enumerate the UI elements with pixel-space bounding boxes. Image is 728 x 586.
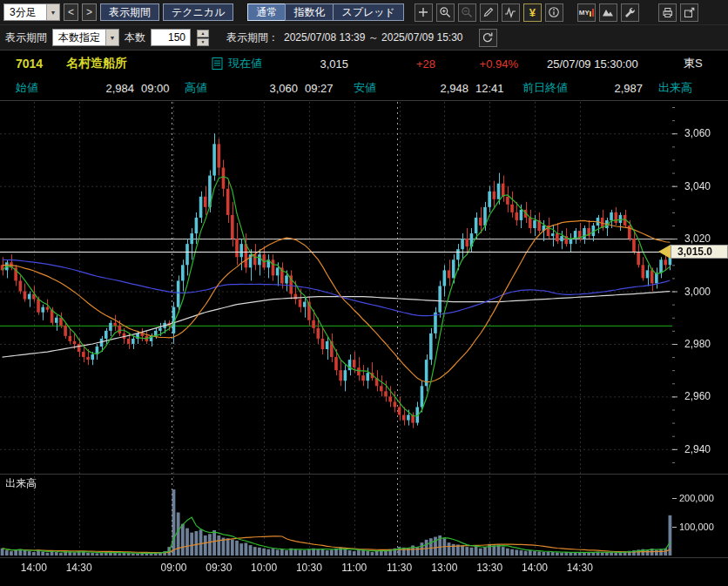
my-chart-icon: MY — [579, 9, 590, 17]
settings-button[interactable] — [621, 3, 639, 22]
count-mode-select[interactable]: 本数指定 ▼ — [52, 29, 119, 46]
prev-close-value: 2,987 — [606, 82, 643, 95]
interval-select[interactable]: 3分足 ▼ — [3, 3, 60, 21]
current-price-value: 3,015 — [287, 57, 348, 70]
printer-icon — [661, 6, 674, 19]
stepper-up-icon[interactable]: ▲ — [197, 30, 209, 37]
high-time: 09:27 — [305, 82, 334, 95]
reload-button[interactable] — [479, 29, 497, 47]
open-value: 2,984 — [84, 82, 134, 95]
zoom-out-button[interactable] — [458, 3, 476, 22]
prev-close-label: 前日終値 — [522, 80, 568, 96]
my-chart-button[interactable]: MY — [577, 3, 596, 22]
chart-mode-group: 通常 指数化 スプレッド — [247, 3, 403, 21]
chart-style-button[interactable] — [599, 3, 617, 22]
mode-indexed-button[interactable]: 指数化 — [285, 3, 333, 21]
range-value: 2025/07/08 13:39 ～ 2025/07/09 15:30 — [284, 30, 463, 45]
detail-doc-icon[interactable] — [212, 57, 223, 70]
high-value: 3,060 — [247, 82, 298, 95]
my-chart-bars-icon — [590, 8, 594, 17]
main-toolbar: 3分足 ▼ < > 表示期間 テクニカル 通常 指数化 スプレッド ¥ MY — [0, 0, 728, 25]
oscillator-button[interactable] — [502, 3, 520, 22]
ohlc-bar: 始値 2,984 09:00 高値 3,060 09:27 安値 2,948 1… — [0, 76, 728, 100]
stock-code: 7014 — [16, 57, 43, 71]
stepper-down-icon[interactable]: ▼ — [197, 38, 209, 46]
bar-count-stepper: ▲ ▼ — [197, 30, 209, 46]
open-label: 始値 — [16, 80, 38, 96]
zoom-in-icon — [439, 6, 451, 18]
quote-header: 7014 名村造船所 現在値 3,015 +28 +0.94% 25/07/09… — [0, 51, 728, 76]
market-badge: 東S — [684, 56, 703, 71]
prev-button[interactable]: < — [64, 3, 78, 21]
price-change-percent: +0.94% — [457, 57, 518, 70]
print-button[interactable] — [658, 3, 677, 22]
quote-datetime: 25/07/09 15:30:00 — [547, 57, 638, 70]
stock-name: 名村造船所 — [66, 56, 127, 71]
plus-icon — [417, 6, 429, 18]
wrench-icon — [624, 6, 636, 18]
mode-normal-button[interactable]: 通常 — [247, 3, 285, 21]
info-button[interactable] — [545, 3, 563, 22]
volume-label: 出来高 — [658, 80, 692, 96]
reload-icon — [482, 31, 494, 44]
pencil-icon — [482, 6, 495, 18]
range-label: 表示期間： — [226, 30, 279, 45]
interval-value: 3分足 — [4, 5, 46, 20]
current-price-label: 現在値 — [228, 56, 262, 71]
bar-count-input[interactable]: 150 — [151, 29, 191, 46]
price-change: +28 — [388, 57, 435, 70]
chevron-down-icon: ▼ — [105, 30, 118, 45]
high-label: 高値 — [185, 80, 207, 96]
low-label: 安値 — [354, 80, 376, 96]
next-button[interactable]: > — [82, 3, 97, 21]
info-icon — [548, 6, 560, 18]
count-label: 本数 — [125, 30, 145, 45]
display-period-button[interactable]: 表示期間 — [100, 3, 159, 21]
mountain-chart-icon — [602, 6, 614, 18]
mode-spread-button[interactable]: スプレッド — [333, 3, 403, 21]
draw-tool-button[interactable] — [480, 3, 498, 22]
popout-button[interactable] — [680, 3, 698, 22]
technical-button[interactable]: テクニカル — [163, 3, 233, 21]
chart-area[interactable] — [0, 100, 728, 586]
period-settings-bar: 表示期間 本数指定 ▼ 本数 150 ▲ ▼ 表示期間： 2025/07/08 … — [0, 25, 728, 51]
zoom-out-icon — [461, 6, 473, 18]
chart-canvas[interactable] — [0, 100, 728, 586]
yen-axis-icon: ¥ — [529, 6, 536, 19]
zoom-in-button[interactable] — [436, 3, 455, 22]
yen-axis-button[interactable]: ¥ — [523, 3, 542, 22]
oscillator-icon — [504, 6, 516, 18]
period-bar-label: 表示期間 — [5, 30, 47, 45]
add-button[interactable] — [415, 3, 433, 22]
count-mode-value: 本数指定 — [53, 30, 105, 45]
low-value: 2,948 — [418, 82, 468, 95]
open-time: 09:00 — [141, 82, 170, 95]
popout-icon — [683, 6, 696, 19]
chevron-down-icon: ▼ — [46, 4, 59, 20]
low-time: 12:41 — [475, 82, 504, 95]
